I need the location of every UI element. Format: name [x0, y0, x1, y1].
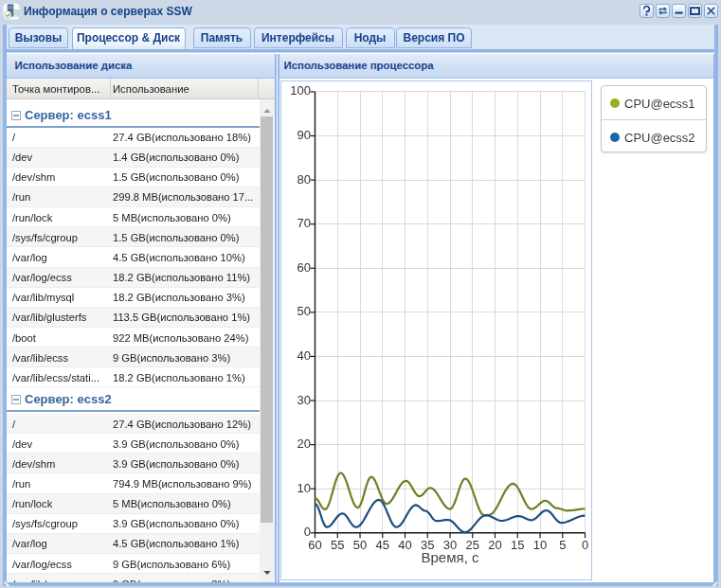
svg-text:30: 30 — [297, 393, 311, 407]
svg-text:90: 90 — [297, 128, 311, 142]
svg-text:50: 50 — [353, 538, 367, 552]
svg-text:15: 15 — [511, 538, 524, 552]
svg-text:45: 45 — [376, 538, 389, 552]
svg-text:5: 5 — [559, 538, 566, 552]
svg-text:70: 70 — [297, 216, 311, 230]
svg-text:0: 0 — [582, 538, 588, 552]
svg-text:0: 0 — [304, 525, 311, 539]
svg-text:10: 10 — [533, 538, 547, 552]
svg-text:60: 60 — [308, 538, 321, 552]
svg-text:60: 60 — [297, 260, 311, 275]
svg-text:20: 20 — [488, 538, 501, 552]
svg-text:40: 40 — [398, 538, 411, 552]
svg-text:100: 100 — [290, 83, 311, 98]
svg-text:40: 40 — [297, 348, 311, 363]
svg-text:55: 55 — [331, 538, 344, 552]
svg-text:10: 10 — [297, 481, 311, 495]
svg-text:Время, с: Время, с — [422, 549, 479, 565]
svg-text:80: 80 — [297, 172, 311, 187]
svg-text:50: 50 — [297, 304, 311, 318]
svg-text:20: 20 — [297, 437, 311, 451]
